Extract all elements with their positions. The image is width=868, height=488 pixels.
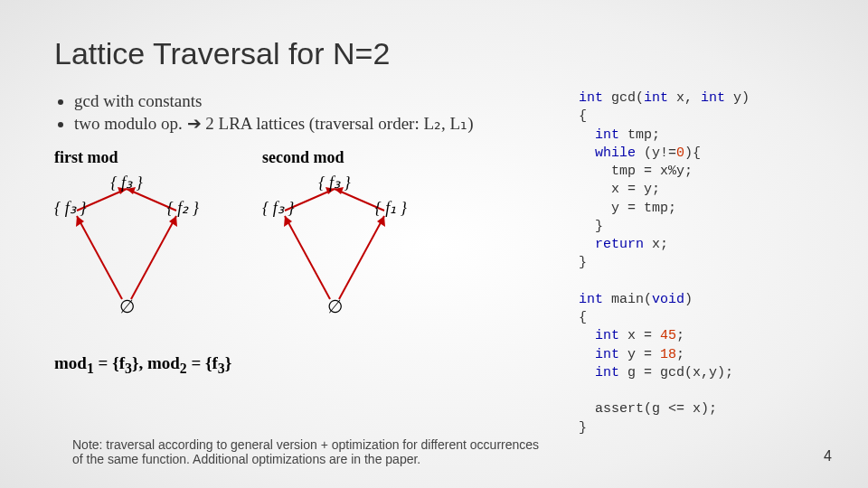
lattice-2-left-node: { f₃ } [262,198,294,218]
lattice-1-top-node: { f₃ } [110,173,142,192]
lattice-1: first mod { f₃ } { [54,148,199,317]
lattice-2: second mod { f₃ } { [262,148,407,317]
bullet-list: gcd with constants two modulo op. ➔ 2 LR… [54,91,579,134]
footnote: Note: traversal according to general ver… [72,437,542,466]
lattice-1-area: { f₃ } { f₃ } { f₂ } ∅ [54,173,199,317]
left-column: gcd with constants two modulo op. ➔ 2 LR… [54,89,579,437]
svg-line-4 [77,216,122,299]
lattice-1-left-node: { f₃ } [54,198,86,218]
lattice-2-right-node: { f₁ } [375,198,407,218]
lattice-1-label: first mod [54,148,199,167]
lattice-2-top-node: { f₃ } [318,173,350,192]
bullet-item: gcd with constants [74,91,579,111]
lattice-1-right-node: { f₂ } [167,198,199,218]
columns: gcd with constants two modulo op. ➔ 2 LR… [54,89,832,437]
svg-line-12 [285,216,330,299]
svg-line-6 [131,216,176,299]
bullet-item: two modulo op. ➔ 2 LRA lattices (travers… [74,113,579,134]
slide-root: Lattice Traversal for N=2 gcd with const… [0,0,868,488]
svg-line-14 [339,216,384,299]
slide-title: Lattice Traversal for N=2 [54,36,832,71]
lattice-2-area: { f₃ } { f₃ } { f₁ } ∅ [262,173,407,317]
code-listing: int gcd(int x, int y) { int tmp; while (… [579,89,832,437]
lattice-1-bottom-node: ∅ [119,296,135,317]
lattices-row: first mod { f₃ } { [54,148,579,317]
mod-summary-line: mod1 = {f3}, mod2 = {f3} [54,353,579,377]
page-number: 4 [824,448,832,465]
lattice-2-bottom-node: ∅ [327,296,343,317]
lattice-2-label: second mod [262,148,407,167]
